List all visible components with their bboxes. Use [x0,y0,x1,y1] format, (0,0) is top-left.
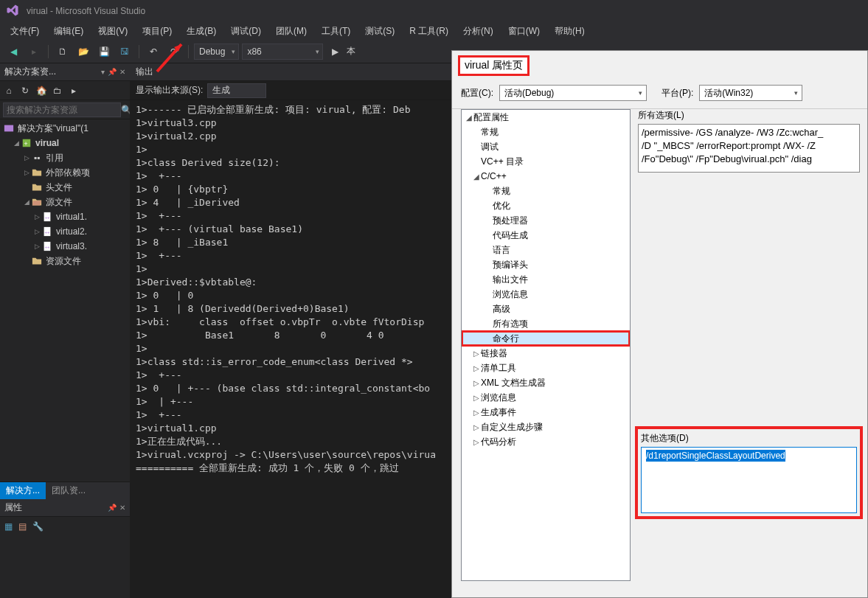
references-node[interactable]: ▷ ▪▪ 引用 [0,150,130,165]
tree-custombuild[interactable]: ▷自定义生成步骤 [462,420,630,434]
expand-icon[interactable]: ▷ [32,243,41,250]
expand-icon[interactable]: ▷ [32,213,41,220]
menu-view[interactable]: 视图(V) [91,24,135,39]
tree-codeanalysis[interactable]: ▷代码分析 [462,434,630,449]
tree-config-root[interactable]: ◢配置属性 [462,110,630,125]
tab-solution[interactable]: 解决方... [0,482,46,499]
menu-rtools[interactable]: R 工具(R) [402,24,456,39]
platform-combo[interactable]: x86 [242,44,323,60]
more-icon[interactable]: ▸ [68,85,80,97]
new-project-icon[interactable]: 🗋 [54,43,72,60]
menu-help[interactable]: 帮助(H) [547,24,592,39]
home2-icon[interactable]: 🏠 [35,85,47,97]
tree-ccpp-codegen[interactable]: 代码生成 [462,228,630,243]
save-icon[interactable]: 💾 [95,43,113,60]
expand-icon[interactable]: ▷ [22,154,31,161]
menu-edit[interactable]: 编辑(E) [46,24,91,39]
references-icon: ▪▪ [31,152,43,164]
project-node[interactable]: ◢ + virual [0,136,130,150]
menubar: 文件(F) 编辑(E) 视图(V) 项目(P) 生成(B) 调试(D) 团队(M… [0,22,868,40]
tree-buildevents[interactable]: ▷生成事件 [462,405,630,420]
solution-root-label: 解决方案"virual"(1 [18,122,88,135]
menu-tools[interactable]: 工具(T) [314,24,358,39]
source-file-1-label: virtual1. [56,212,87,222]
properties-panel: 属性 📌 ✕ ▦ ▤ 🔧 [0,499,130,598]
pin-icon[interactable]: 📌 [108,504,117,512]
project-label: virual [35,138,59,148]
run-label[interactable]: 本 [347,45,355,58]
other-options-textbox[interactable]: /d1reportSingleClassLayoutDerived [641,447,857,513]
tree-ccpp-optimize[interactable]: 优化 [462,198,630,213]
tree-general[interactable]: 常规 [462,125,630,139]
menu-project[interactable]: 项目(P) [135,24,179,39]
solution-root[interactable]: 解决方案"virual"(1 [0,121,130,136]
tree-ccpp[interactable]: ◢C/C++ [462,169,630,184]
categorized-icon[interactable]: ▦ [4,521,13,532]
tree-ccpp-cmdline[interactable]: 命令行 [462,331,630,346]
pin-icon[interactable]: 📌 [108,68,117,76]
menu-test[interactable]: 测试(S) [358,24,402,39]
tree-ccpp-preprocessor[interactable]: 预处理器 [462,213,630,228]
wrench-icon[interactable]: 🔧 [32,521,44,532]
source-file-2[interactable]: ▷ ++ virtual2. [0,224,130,239]
source-file-3[interactable]: ▷ ++ virtual3. [0,239,130,254]
tree-vcpp-dirs[interactable]: VC++ 目录 [462,154,630,169]
cpp-file-icon: ++ [41,211,53,223]
menu-file[interactable]: 文件(F) [3,24,46,39]
tree-xmldoc[interactable]: ▷XML 文档生成器 [462,375,630,390]
tree-manifest[interactable]: ▷清单工具 [462,361,630,375]
open-icon[interactable]: 📂 [74,43,92,60]
all-options-box[interactable]: /permissive- /GS /analyze- /W3 /Zc:wchar… [638,124,860,173]
config-combo[interactable]: Debug [194,44,239,60]
tree-debug[interactable]: 调试 [462,139,630,154]
dropdown-icon[interactable]: ▾ [101,68,105,76]
sync-icon[interactable]: ↻ [19,85,31,97]
svg-text:++: ++ [45,215,51,220]
close-icon[interactable]: ✕ [119,68,125,76]
tree-browseinfo[interactable]: ▷浏览信息 [462,390,630,405]
menu-analyze[interactable]: 分析(N) [456,24,501,39]
tree-ccpp-general[interactable]: 常规 [462,184,630,198]
solution-explorer-toolbar: ⌂ ↻ 🏠 🗀 ▸ [0,81,130,100]
expand-icon[interactable]: ▷ [22,169,31,176]
headers-node[interactable]: 头文件 [0,180,130,195]
config-combo[interactable]: 活动(Debug) [499,85,647,101]
save-all-icon[interactable]: 🖫 [116,43,133,60]
vs-logo-icon [6,4,21,18]
dialog-title: virual 属性页 [458,55,530,76]
solution-search-input[interactable] [3,102,121,117]
tree-ccpp-language[interactable]: 语言 [462,243,630,257]
platform-combo[interactable]: 活动(Win32) [699,85,802,101]
run-icon[interactable]: ▶ [326,43,344,60]
tree-linker[interactable]: ▷链接器 [462,346,630,361]
tree-ccpp-pch[interactable]: 预编译头 [462,257,630,272]
tab-team[interactable]: 团队资... [46,482,91,499]
alpha-icon[interactable]: ▤ [18,521,27,532]
tree-ccpp-allopts[interactable]: 所有选项 [462,316,630,331]
source-file-1[interactable]: ▷ ++ virtual1. [0,209,130,224]
tree-ccpp-output[interactable]: 输出文件 [462,272,630,287]
expand-icon[interactable]: ▷ [32,228,41,235]
output-source-combo[interactable]: 生成 [207,83,266,98]
collapse-icon[interactable]: ◢ [12,139,21,147]
undo-icon[interactable]: ↶ [145,43,162,60]
sources-node[interactable]: ◢ 源文件 [0,195,130,209]
close-icon[interactable]: ✕ [119,504,125,512]
folder-icon [31,255,43,267]
tree-ccpp-browse[interactable]: 浏览信息 [462,287,630,302]
redo-icon[interactable]: ↷ [165,43,183,60]
showall-icon[interactable]: 🗀 [52,85,63,97]
output-source-label: 显示输出来源(S): [136,84,203,97]
home-icon[interactable]: ⌂ [3,85,15,97]
menu-debug[interactable]: 调试(D) [223,24,268,39]
menu-window[interactable]: 窗口(W) [501,24,547,39]
nav-back-icon[interactable]: ◀ [4,43,22,60]
config-tree: ◢配置属性 常规 调试 VC++ 目录 ◢C/C++ 常规 优化 预处理器 代码… [461,109,631,581]
external-deps-node[interactable]: ▷ 外部依赖项 [0,165,130,180]
menu-team[interactable]: 团队(M) [268,24,314,39]
tree-ccpp-advanced[interactable]: 高级 [462,302,630,316]
nav-fwd-icon[interactable]: ▸ [25,43,43,60]
resources-node[interactable]: 资源文件 [0,254,130,268]
collapse-icon[interactable]: ◢ [22,198,31,206]
menu-build[interactable]: 生成(B) [179,24,223,39]
